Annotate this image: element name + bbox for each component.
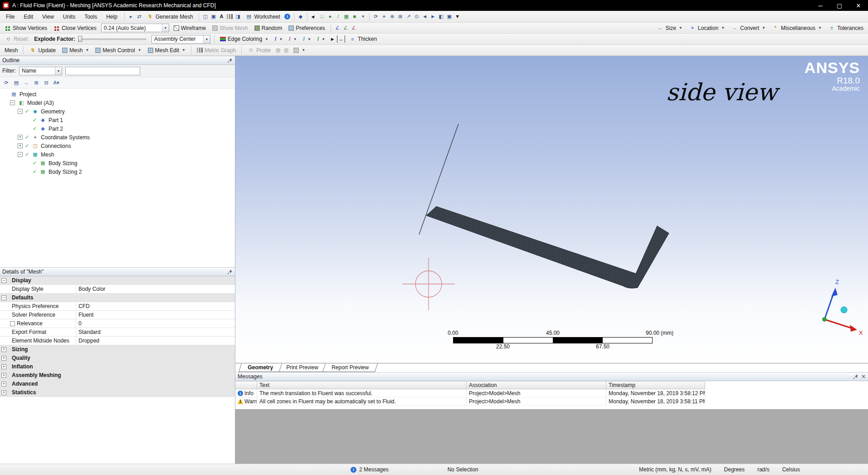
tree-expander-icon[interactable] — [18, 152, 23, 157]
pin-icon[interactable] — [227, 58, 233, 63]
row-expander-icon[interactable] — [1, 347, 6, 352]
location-dropdown[interactable]: + Location▼ — [686, 23, 727, 33]
tree-item[interactable]: Coordinate Systems — [0, 133, 235, 142]
reset-button[interactable]: ⟲ Reset — [2, 34, 30, 44]
annotation-icon[interactable]: A — [218, 13, 225, 20]
zoom-box-icon[interactable]: ⊞ — [397, 13, 404, 20]
figure-icon[interactable]: ◨ — [234, 13, 242, 20]
tree-item[interactable]: Body Sizing — [0, 159, 235, 167]
statusbar-angular-velocity-unit[interactable]: rad/s — [757, 466, 770, 473]
menu-item[interactable]: Help — [102, 12, 122, 21]
context-options-icon[interactable]: ▸ — [127, 13, 135, 20]
edge-filter-icon[interactable]: / — [335, 13, 342, 20]
tag-icon[interactable]: ◆ — [297, 13, 304, 20]
viewport[interactable]: ANSYS R18.0 Academic side view 0.00 45.0… — [235, 56, 868, 363]
tree-expander-icon[interactable] — [10, 100, 15, 105]
miscellaneous-dropdown[interactable]: * Miscellaneous▼ — [769, 23, 824, 33]
statusbar-units[interactable]: Metric (mm, kg, N, s, mV, mA) — [639, 466, 712, 473]
wireframe-button[interactable]: Wireframe — [171, 24, 209, 33]
size-dropdown[interactable]: ↔ Size▼ — [653, 23, 685, 33]
menu-item[interactable]: Tools — [80, 12, 101, 21]
expand-all-icon[interactable]: ⊞ — [32, 78, 40, 87]
edge-direction-magenta-dropdown[interactable]: /▼ — [286, 34, 299, 44]
iso-view-icon[interactable]: ◧ — [438, 13, 445, 20]
next-view-icon[interactable]: ► — [429, 13, 437, 20]
slider-thumb[interactable] — [78, 36, 82, 42]
details-row[interactable]: Physics Preference CFD — [0, 302, 235, 311]
chevron-down-icon[interactable]: ▼ — [162, 24, 169, 32]
z-axis-arrow[interactable] — [831, 288, 838, 297]
mesh-dropdown[interactable]: Mesh▼ — [59, 46, 92, 55]
assembly-center-combo[interactable]: Assembly Center ▼ — [151, 35, 210, 44]
section-plane-icon[interactable]: ◫ — [202, 13, 209, 20]
menu-item[interactable]: Edit — [20, 12, 37, 21]
thicken-button[interactable]: ≡ Thicken — [346, 34, 380, 44]
show-worksheet-icon[interactable]: ▤ — [12, 78, 20, 87]
convert-dropdown[interactable]: → Convert▼ — [728, 23, 768, 33]
edge-joint-red-icon[interactable]: ∠ — [350, 24, 357, 32]
tree-item[interactable]: Part 2 — [0, 124, 235, 133]
row-expander-icon[interactable] — [1, 382, 6, 387]
menu-item[interactable]: Units — [59, 12, 79, 21]
view-tab[interactable]: Print Preview — [277, 363, 327, 372]
random-colors-button[interactable]: Random — [252, 24, 285, 33]
info-icon[interactable]: i — [284, 13, 291, 20]
mesh-context-button[interactable]: Mesh — [2, 46, 20, 55]
menu-item[interactable]: File — [2, 12, 19, 21]
message-row[interactable]: Info The mesh translation to Fluent was … — [235, 389, 705, 397]
edge-joint-green-icon[interactable]: ∠ — [342, 24, 349, 32]
tree-expander-icon[interactable] — [18, 109, 23, 114]
triad[interactable]: Z X — [818, 278, 866, 339]
select-cursor-icon[interactable]: ► — [310, 13, 317, 20]
image-capture-icon[interactable]: ▣ — [210, 13, 217, 20]
show-mesh-button[interactable]: Show Mesh — [210, 24, 251, 33]
worksheet-button[interactable]: ▤ Worksheet — [243, 12, 283, 22]
zoom-icon[interactable]: ⊕ — [389, 13, 396, 20]
x-axis-arrow[interactable] — [850, 325, 857, 332]
details-row[interactable]: Inflation — [0, 362, 235, 371]
triad-origin[interactable] — [822, 317, 827, 322]
probe-button[interactable]: ⊙ Probe — [244, 45, 273, 55]
tree-expander-icon[interactable] — [18, 143, 23, 148]
statusbar-messages[interactable]: i 2 Messages — [351, 466, 389, 473]
details-row[interactable]: Relevance 0 — [0, 319, 235, 328]
metric-graph-button[interactable]: Metric Graph — [194, 46, 239, 55]
collapse-all-icon[interactable]: ⊟ — [42, 78, 50, 87]
tree-item[interactable]: Mesh — [0, 150, 235, 159]
message-column-header[interactable]: Association — [467, 381, 606, 389]
tree-item[interactable]: Model (A3) — [0, 98, 235, 107]
row-expander-icon[interactable] — [1, 356, 6, 361]
details-row[interactable]: Export Format Standard — [0, 328, 235, 337]
pin-icon[interactable] — [853, 374, 858, 379]
details-row[interactable]: Sizing — [0, 345, 235, 354]
pan-icon[interactable]: + — [380, 13, 388, 20]
property-value[interactable]: Body Color — [76, 286, 235, 292]
tree-item[interactable]: Project — [0, 90, 235, 98]
previous-view-icon[interactable]: ◄ — [421, 13, 429, 20]
tolerances-button[interactable]: ± Tolerances — [825, 23, 866, 33]
outline-filter-input[interactable] — [65, 67, 140, 75]
meshed-body[interactable] — [426, 206, 669, 288]
direction-arrow-icon[interactable]: ► — [329, 35, 336, 43]
property-value[interactable]: 0 — [76, 320, 235, 327]
details-row[interactable]: Advanced — [0, 380, 235, 388]
edge-direction-green-dropdown[interactable]: /▼ — [315, 34, 328, 44]
y-axis-sphere[interactable] — [841, 307, 847, 313]
row-expander-icon[interactable] — [1, 373, 6, 378]
close-icon[interactable]: ✕ — [861, 373, 866, 380]
selection-modes-icon[interactable]: ▼ — [359, 13, 366, 20]
update-button[interactable]: ↯ Update — [26, 45, 59, 55]
go-to-icon[interactable]: → — [22, 78, 30, 87]
edge-joint-blue-icon[interactable]: ∠ — [334, 24, 341, 32]
look-at-face-icon[interactable]: ▣ — [446, 13, 453, 20]
chevron-down-icon[interactable]: ▼ — [55, 67, 62, 75]
manage-views-icon[interactable]: ▼ — [454, 13, 461, 20]
filter-type-combo[interactable]: Name ▼ — [19, 67, 62, 75]
details-row[interactable]: Element Midside Nodes Dropped — [0, 337, 235, 345]
chart-icon[interactable] — [226, 13, 234, 20]
message-column-header[interactable]: Timestamp — [606, 381, 705, 389]
property-value[interactable]: Standard — [76, 329, 235, 335]
body-filter-icon[interactable]: ■ — [351, 13, 358, 20]
display-options-dropdown[interactable]: ▼ — [291, 46, 308, 54]
tree-item[interactable]: Geometry — [0, 107, 235, 116]
